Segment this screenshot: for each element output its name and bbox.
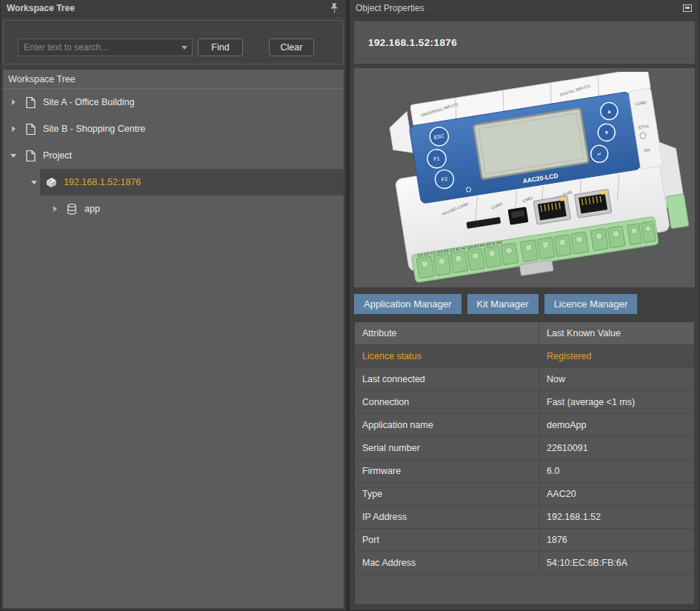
tree-item-app[interactable]: app <box>3 196 344 222</box>
header-last-known-value: Last Known Value <box>539 322 694 344</box>
svg-text:F2: F2 <box>441 176 447 182</box>
chevron-down-icon[interactable] <box>181 46 187 50</box>
kit-manager-button[interactable]: Kit Manager <box>467 294 539 314</box>
attribute-cell: Last connected <box>355 368 539 390</box>
device-id-text: 192.168.1.52:1876 <box>368 37 457 48</box>
object-properties-panel: Object Properties 192.168.1.52:1876 <box>349 0 700 611</box>
value-cell: 192.168.1.52 <box>539 506 694 528</box>
workspace-tree-panel: Workspace Tree Find Clear Workspace Tree <box>0 0 347 611</box>
value-cell: 1876 <box>539 529 694 551</box>
attribute-cell: Firmware <box>355 460 539 482</box>
licence-manager-button[interactable]: Licence Manager <box>544 294 638 314</box>
tree-item-site-b[interactable]: Site B - Shopping Centre <box>3 116 344 142</box>
table-row[interactable]: Connection Fast (average <1 ms) <box>355 391 694 414</box>
svg-text:▼: ▼ <box>604 130 610 136</box>
object-properties-title: Object Properties <box>356 3 681 13</box>
value-cell: 22610091 <box>539 437 694 459</box>
tree-item-device[interactable]: 192.168.1.52:1876 <box>3 169 344 196</box>
table-row[interactable]: Last connected Now <box>355 368 694 391</box>
table-header-row: Attribute Last Known Value <box>355 322 694 345</box>
attribute-cell: IP Address <box>355 506 539 528</box>
device-image: UNIVERSAL INPUTS DIGITAL INPUTS COM2 ETH… <box>354 68 695 287</box>
table-row[interactable]: Serial number 22610091 <box>355 437 694 460</box>
object-properties-titlebar: Object Properties <box>350 0 699 16</box>
device-photo: UNIVERSAL INPUTS DIGITAL INPUTS COM2 ETH… <box>358 72 691 284</box>
document-icon <box>23 149 38 162</box>
rj45-port <box>574 190 611 218</box>
tree-item-label: Project <box>43 150 72 161</box>
document-icon <box>23 122 38 136</box>
search-input[interactable] <box>18 39 193 56</box>
expander-icon[interactable] <box>7 116 19 142</box>
table-row[interactable]: Firmware 6.0 <box>355 460 694 483</box>
workspace-tree: Workspace Tree Site A - Office Building <box>2 69 344 609</box>
expander-icon[interactable] <box>28 169 40 196</box>
value-cell: 54:10:EC:6B:FB:6A <box>539 552 694 574</box>
tree-item-label: Site B - Shopping Centre <box>43 124 145 134</box>
tree-item-project[interactable]: Project <box>3 142 344 169</box>
value-cell: Now <box>539 368 694 390</box>
svg-text:↵: ↵ <box>597 151 602 157</box>
attribute-cell: Serial number <box>355 437 539 459</box>
attribute-cell: Connection <box>355 391 539 413</box>
tree-column-header: Workspace Tree <box>3 70 344 89</box>
svg-text:▲: ▲ <box>606 108 612 114</box>
table-row[interactable]: Application name demoApp <box>355 414 694 437</box>
document-icon <box>23 96 38 109</box>
device-id-header: 192.168.1.52:1876 <box>354 21 695 64</box>
expander-icon[interactable] <box>49 196 61 222</box>
app-root: { "workspace": { "title": "Workspace Tre… <box>0 0 700 611</box>
search-combobox[interactable] <box>18 39 193 56</box>
svg-text:F1: F1 <box>433 156 440 161</box>
tree-item-site-a[interactable]: Site A - Office Building <box>3 89 344 116</box>
svg-text:ON: ON <box>644 147 650 153</box>
table-row[interactable]: IP Address 192.168.1.52 <box>355 506 694 529</box>
workspace-panel-title: Workspace Tree <box>7 3 328 13</box>
value-cell: AAC20 <box>539 483 694 505</box>
attribute-cell: Port <box>355 529 539 551</box>
attribute-cell: Application name <box>355 414 539 436</box>
table-row[interactable]: Licence status Registered <box>355 345 694 368</box>
database-icon <box>64 202 79 216</box>
clear-button[interactable]: Clear <box>269 39 314 56</box>
value-cell: Fast (average <1 ms) <box>539 391 694 413</box>
manager-buttons-row: Application Manager Kit Manager Licence … <box>354 294 695 314</box>
table-row[interactable]: Mac Address 54:10:EC:6B:FB:6A <box>355 552 694 575</box>
tree-item-label: Site A - Office Building <box>43 97 134 107</box>
rj45-port <box>533 196 570 224</box>
attribute-cell: Licence status <box>355 345 539 367</box>
tree-item-label: app <box>84 204 100 214</box>
value-cell: 6.0 <box>539 460 694 482</box>
expander-icon[interactable] <box>7 142 19 169</box>
tree-item-label: 192.168.1.52:1876 <box>64 177 141 187</box>
attribute-cell: Type <box>355 483 539 505</box>
attribute-cell: Mac Address <box>355 552 539 574</box>
workspace-panel-titlebar: Workspace Tree <box>1 0 346 16</box>
restore-window-icon[interactable] <box>681 2 693 14</box>
find-button[interactable]: Find <box>198 39 243 56</box>
value-cell: Registered <box>539 345 694 367</box>
plc-device-icon <box>44 176 59 189</box>
table-row[interactable]: Type AAC20 <box>355 483 694 506</box>
search-group: Find Clear <box>3 20 344 64</box>
selected-tree-row[interactable]: 192.168.1.52:1876 <box>40 169 344 196</box>
value-cell: demoApp <box>539 414 694 436</box>
application-manager-button[interactable]: Application Manager <box>354 294 461 314</box>
table-row[interactable]: Port 1876 <box>355 529 694 552</box>
header-attribute: Attribute <box>355 322 539 344</box>
pin-icon[interactable] <box>328 2 340 14</box>
properties-table: Attribute Last Known Value Licence statu… <box>354 321 695 605</box>
expander-icon[interactable] <box>7 89 19 116</box>
